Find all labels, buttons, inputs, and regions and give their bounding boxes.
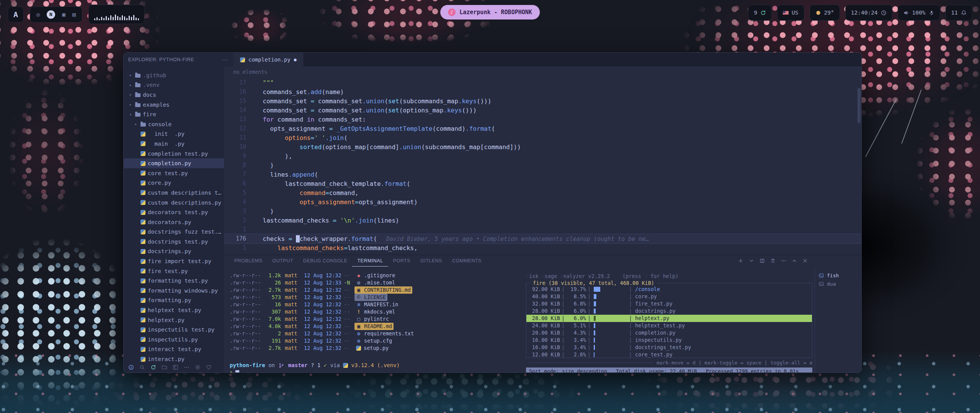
updates-widget[interactable]: 9 [748, 5, 772, 21]
dua-row-helptext_test.py[interactable]: 24.00 KiB|5.1%||helptext_test.py [526, 322, 812, 329]
tree-item-.venv[interactable]: ▸.venv [124, 80, 224, 90]
refresh-icon[interactable] [150, 364, 156, 370]
workspace-indicator-1[interactable]: ◎ [36, 11, 40, 18]
code-editor[interactable]: 17 """16 commands_set.add(name)15 comman… [224, 77, 861, 255]
audio-widget[interactable]: 100% [898, 5, 940, 21]
tree-item-fire_import_test.py[interactable]: fire_import_test.py [124, 256, 224, 266]
folder-icon[interactable] [162, 364, 167, 370]
tree-item-core.py[interactable]: core.py [124, 178, 224, 188]
music-widget[interactable]: ♪ Lazerpunk - ROBOPHONK [440, 5, 540, 20]
dua-row-docstrings_test.py[interactable]: 16.00 KiB|3.4%||docstrings_test.py [526, 344, 812, 351]
tree-item-completion_test.py[interactable]: completion_test.py [124, 149, 224, 159]
entry-name: helptext.py [635, 315, 669, 322]
layout-icon[interactable] [173, 364, 178, 370]
more-icon[interactable] [781, 258, 786, 263]
more-icon[interactable] [184, 364, 189, 370]
usage-bar [594, 309, 626, 314]
tree-item-__init__.py[interactable]: __init__.py [124, 129, 224, 139]
chevup-icon[interactable] [792, 258, 797, 263]
tree-item-decorators.py[interactable]: decorators.py [124, 217, 224, 227]
tab-completion-py[interactable]: completion.py ● [233, 53, 304, 67]
tree-item-custom_descriptions.py[interactable]: custom_descriptions.py [124, 198, 224, 208]
heart-icon[interactable] [206, 364, 212, 370]
dua-row-helptext.py[interactable]: 28.00 KiB|6.0%||helptext.py [526, 315, 812, 322]
tree-item-helptext_test.py[interactable]: helptext_test.py [124, 305, 224, 315]
tree-item-inspectutils_test.py[interactable]: inspectutils_test.py [124, 325, 224, 335]
file-name: setup.py [364, 345, 389, 352]
tree-item-console[interactable]: ▸console [124, 119, 224, 129]
split-icon[interactable] [760, 258, 765, 263]
weather-widget[interactable]: 29° [810, 5, 840, 21]
workspace-indicator-4[interactable]: ▤ [72, 11, 76, 18]
tree-item-completion.py[interactable]: completion.py [124, 158, 224, 168]
tree-item-formatting_windows.py[interactable]: formatting_windows.py [124, 286, 224, 296]
panel-tab-output[interactable]: OUTPUT [267, 255, 298, 267]
tree-item-interact_test.py[interactable]: interact_test.py [124, 345, 224, 354]
tree-item-docs[interactable]: ▸docs [124, 90, 224, 100]
gear-icon[interactable] [195, 364, 201, 370]
tree-item-helptext.py[interactable]: helptext.py [124, 315, 224, 325]
scrollbar-thumb[interactable] [858, 88, 861, 123]
tree-item-__main__.py[interactable]: __main__.py [124, 139, 224, 149]
panel-tab-ports[interactable]: PORTS [388, 255, 415, 267]
dua-row-inspectutils.py[interactable]: 16.00 KiB|3.4%||inspectutils.py [526, 337, 812, 344]
editor-scrollbar[interactable] [858, 77, 861, 255]
code-text: ) [255, 162, 274, 169]
python-file-icon [140, 200, 145, 205]
panel-tab-comments[interactable]: COMMENTS [447, 255, 487, 267]
info-icon[interactable] [128, 364, 134, 370]
explorer-header: EXPLORER: PYTHON-FIRE ··· [124, 53, 233, 67]
explorer-more-button[interactable]: ··· [222, 57, 229, 63]
dua-row-completion.py[interactable]: 20.00 KiB|4.3%||completion.py [526, 329, 812, 337]
tree-item-fire[interactable]: ▾fire [124, 109, 224, 119]
workspace-indicator-2[interactable]: N [47, 10, 55, 19]
python-file-icon [140, 288, 145, 293]
system-graph-widget[interactable] [88, 5, 145, 24]
close-icon[interactable] [802, 258, 808, 263]
tree-item-custom_descriptions_test.py[interactable]: custom_descriptions_test.py [124, 188, 224, 198]
tree-item-label: core.py [148, 180, 171, 186]
tree-item-fire_test.py[interactable]: fire_test.py [124, 266, 224, 276]
breadcrumb[interactable]: no elements [224, 67, 861, 77]
tree-item-formatting.py[interactable]: formatting.py [124, 296, 224, 306]
panel-tab-problems[interactable]: PROBLEMS [229, 255, 267, 267]
tree-item-interact.py[interactable]: interact.py [124, 354, 224, 364]
panel-tab-terminal[interactable]: TERMINAL [352, 255, 388, 267]
line-number: 13 [224, 116, 255, 123]
terminal-dua-pane[interactable]: Disk Usage Analyzer v2.29.2 (press ? for… [526, 273, 812, 372]
panel-tab-gitlens[interactable]: GITLENS [415, 255, 447, 267]
tree-item-docstrings_fuzz_test.py[interactable]: docstrings_fuzz_test.py [124, 227, 224, 237]
keyboard-layout-widget[interactable]: US [777, 5, 804, 21]
tree-item-examples[interactable]: ▸examples [124, 100, 224, 110]
tree-item-.github[interactable]: ▸.github [124, 70, 224, 80]
dua-row-docstrings.py[interactable]: 28.00 KiB|6.0%||docstrings.py [526, 307, 812, 315]
tree-item-docstrings.py[interactable]: docstrings.py [124, 247, 224, 257]
chevdown-icon[interactable] [749, 258, 754, 263]
entry-name: docstrings_test.py [635, 344, 691, 351]
code-text: commands_set.add(name) [255, 88, 344, 96]
plus-icon[interactable] [738, 258, 743, 263]
prompt-line[interactable]: ❯ [230, 370, 521, 372]
workspace-indicator-3[interactable]: ▣ [62, 11, 65, 18]
trash-icon[interactable] [770, 258, 776, 263]
tree-item-inspectutils.py[interactable]: inspectutils.py [124, 335, 224, 345]
tree-item-formatting_test.py[interactable]: formatting_test.py [124, 276, 224, 286]
tree-item-core_test.py[interactable]: core_test.py [124, 168, 224, 178]
listing-row-pylintrc: .rw-r--r--7.0kmatt12 Aug 12:32--▢pylintr… [230, 315, 521, 323]
search-icon[interactable] [139, 364, 145, 370]
dua-row-core.py[interactable]: 40.00 KiB|8.5%||core.py [526, 293, 812, 300]
tree-item-decorators_test.py[interactable]: decorators_test.py [124, 207, 224, 217]
dua-row-fire_test.py[interactable]: 32.00 KiB|6.8%||fire_test.py [526, 300, 812, 307]
terminal-tab-dua[interactable]: dua [819, 280, 861, 288]
notifications-widget[interactable]: 11 [946, 5, 972, 21]
launcher-button[interactable]: A [8, 7, 24, 23]
terminal-tab-fish[interactable]: fish [819, 271, 861, 280]
clock-widget[interactable]: 12:40:24 [845, 5, 892, 21]
window-body: ▸.github▸.venv▸docs▸examples▾fire▸consol… [124, 67, 861, 372]
python-file-icon [140, 180, 145, 185]
terminal-fish-pane[interactable]: .rw-r--r--1.2kmatt12 Aug 12:32--◆.gitign… [230, 272, 521, 372]
dua-row-core_test.py[interactable]: 12.00 KiB|2.6%||core_test.py [526, 351, 812, 358]
panel-tab-debug-console[interactable]: DEBUG CONSOLE [298, 255, 353, 267]
code-line-11: 11 options=' '.join( [224, 133, 861, 142]
tree-item-docstrings_test.py[interactable]: docstrings_test.py [124, 237, 224, 247]
